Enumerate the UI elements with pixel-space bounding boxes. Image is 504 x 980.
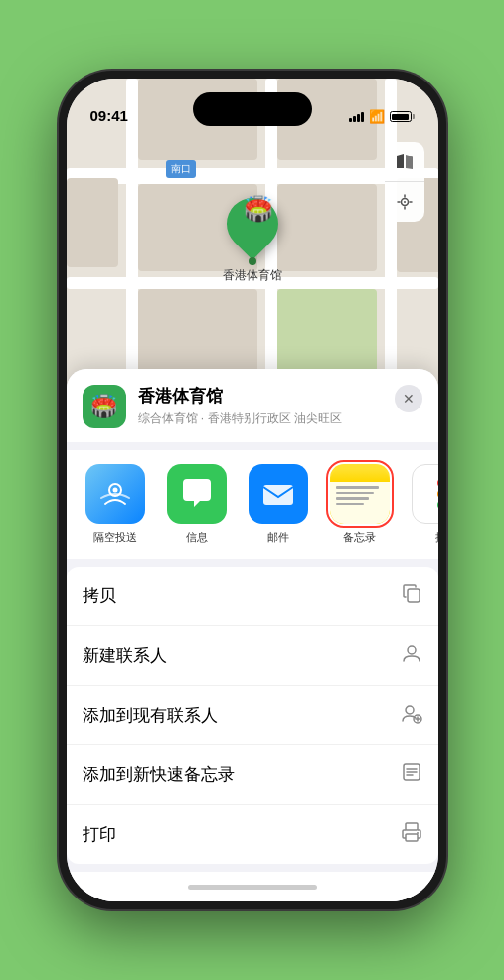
place-info: 香港体育馆 综合体育馆 · 香港特别行政区 油尖旺区 bbox=[138, 385, 383, 427]
wifi-icon: 📶 bbox=[369, 109, 385, 124]
person-add-icon bbox=[401, 702, 422, 729]
location-pin: 🏟️ 香港体育馆 bbox=[223, 198, 282, 284]
action-quick-note-label: 添加到新快速备忘录 bbox=[83, 763, 235, 786]
svg-rect-8 bbox=[263, 485, 293, 505]
share-row: 隔空投送 信息 bbox=[67, 450, 438, 559]
place-header: 🏟️ 香港体育馆 综合体育馆 · 香港特别行政区 油尖旺区 ✕ bbox=[67, 369, 438, 442]
action-add-existing-label: 添加到现有联系人 bbox=[83, 704, 218, 727]
share-item-more[interactable]: 提 bbox=[401, 464, 438, 545]
more-icon bbox=[412, 464, 438, 524]
action-copy-label: 拷贝 bbox=[83, 584, 116, 607]
share-item-messages[interactable]: 信息 bbox=[156, 464, 238, 545]
print-icon bbox=[401, 821, 422, 848]
map-type-button[interactable] bbox=[385, 142, 424, 182]
mail-label: 邮件 bbox=[267, 530, 289, 545]
action-add-existing-contact[interactable]: 添加到现有联系人 bbox=[67, 686, 438, 745]
bottom-sheet: 🏟️ 香港体育馆 综合体育馆 · 香港特别行政区 油尖旺区 ✕ bbox=[67, 369, 438, 901]
svg-rect-19 bbox=[406, 823, 418, 830]
svg-point-21 bbox=[417, 832, 419, 834]
svg-point-11 bbox=[406, 706, 414, 714]
svg-rect-20 bbox=[406, 834, 418, 841]
share-item-notes[interactable]: 备忘录 bbox=[319, 464, 401, 545]
action-copy[interactable]: 拷贝 bbox=[67, 567, 438, 626]
dynamic-island bbox=[193, 92, 312, 126]
home-indicator bbox=[67, 872, 438, 901]
action-quick-note[interactable]: 添加到新快速备忘录 bbox=[67, 745, 438, 805]
svg-marker-2 bbox=[397, 154, 404, 168]
share-item-mail[interactable]: 邮件 bbox=[238, 464, 319, 545]
person-icon bbox=[401, 642, 422, 669]
action-new-contact-label: 新建联系人 bbox=[83, 644, 167, 667]
svg-point-7 bbox=[112, 488, 117, 493]
action-print-label: 打印 bbox=[83, 823, 116, 846]
mail-icon bbox=[249, 464, 308, 524]
road-label: 南口 bbox=[166, 160, 196, 178]
airdrop-icon bbox=[85, 464, 145, 524]
messages-icon bbox=[167, 464, 227, 524]
svg-marker-3 bbox=[406, 155, 413, 169]
status-icons: 📶 bbox=[349, 109, 415, 126]
share-item-airdrop[interactable]: 隔空投送 bbox=[75, 464, 156, 545]
home-bar bbox=[188, 885, 317, 890]
action-print[interactable]: 打印 bbox=[67, 805, 438, 864]
more-label: 提 bbox=[435, 530, 438, 545]
place-name: 香港体育馆 bbox=[138, 385, 383, 408]
svg-point-5 bbox=[404, 201, 406, 203]
action-list: 拷贝 新建联系人 bbox=[67, 567, 438, 864]
messages-label: 信息 bbox=[186, 530, 208, 545]
battery-icon bbox=[390, 111, 415, 122]
action-new-contact[interactable]: 新建联系人 bbox=[67, 626, 438, 686]
svg-point-10 bbox=[408, 646, 416, 654]
notes-icon bbox=[330, 464, 390, 524]
pin-label: 香港体育馆 bbox=[223, 267, 282, 284]
phone-screen: 09:41 📶 bbox=[67, 79, 438, 901]
copy-icon bbox=[401, 582, 422, 609]
place-icon: 🏟️ bbox=[83, 385, 126, 428]
location-button[interactable] bbox=[385, 182, 424, 222]
airdrop-label: 隔空投送 bbox=[93, 530, 137, 545]
svg-rect-9 bbox=[408, 589, 420, 602]
status-time: 09:41 bbox=[90, 107, 128, 126]
close-button[interactable]: ✕ bbox=[395, 385, 422, 412]
place-subtitle: 综合体育馆 · 香港特别行政区 油尖旺区 bbox=[138, 410, 383, 427]
note-icon bbox=[401, 761, 422, 788]
phone-frame: 09:41 📶 bbox=[59, 71, 446, 909]
notes-label: 备忘录 bbox=[343, 530, 376, 545]
map-controls bbox=[385, 142, 424, 222]
signal-icon bbox=[349, 112, 364, 122]
